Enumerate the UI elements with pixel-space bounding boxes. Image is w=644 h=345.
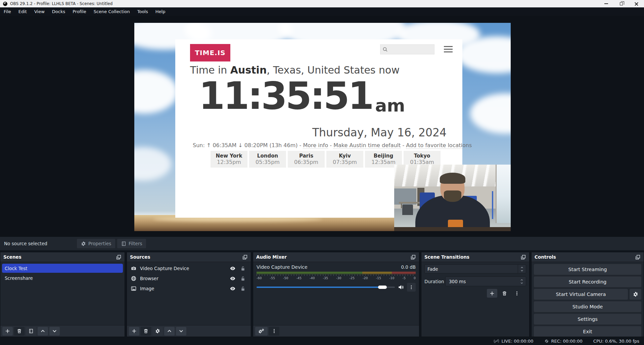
remove-transition-button[interactable] xyxy=(499,289,510,298)
remove-scene-button[interactable] xyxy=(14,327,25,336)
webcam-pole xyxy=(492,191,493,219)
stream-inactive-icon xyxy=(493,339,499,344)
filters-button[interactable]: Filters xyxy=(117,239,146,249)
visibility-eye-icon[interactable] xyxy=(230,275,236,282)
volume-slider[interactable] xyxy=(257,287,395,288)
source-properties-button[interactable] xyxy=(152,327,163,336)
settings-button[interactable]: Settings xyxy=(534,313,642,325)
properties-button[interactable]: Properties xyxy=(77,239,116,249)
scene-item-screenshare[interactable]: Screenshare xyxy=(2,273,123,283)
scene-filters-button[interactable] xyxy=(26,327,36,336)
restore-button[interactable] xyxy=(614,0,629,7)
statusbar: LIVE: 00:00:00 REC: 00:00:00 CPU: 0.6%, … xyxy=(0,337,644,345)
timeis-logo: TIME.IS xyxy=(190,44,230,61)
start-streaming-button[interactable]: Start Streaming xyxy=(534,264,642,275)
virtual-camera-config-button[interactable] xyxy=(629,289,642,300)
webcam-overlay[interactable] xyxy=(394,165,511,231)
time-meridiem: am xyxy=(375,99,405,113)
combo-spinner[interactable] xyxy=(518,265,526,273)
menu-profile[interactable]: Profile xyxy=(69,7,90,16)
scene-down-button[interactable] xyxy=(49,327,60,336)
unlock-icon[interactable] xyxy=(240,286,245,291)
meter-scale-labels: -60-55-50-45-40-35-30-25-20-15-10-50 xyxy=(257,276,416,280)
menu-view[interactable]: View xyxy=(31,7,48,16)
scene-item-clock-test[interactable]: Clock Test xyxy=(2,264,123,273)
unlock-icon[interactable] xyxy=(240,266,245,271)
trash-icon xyxy=(502,291,507,296)
chevron-down-icon xyxy=(520,269,524,272)
city-tile: New York12:35pm xyxy=(211,151,247,168)
exit-button[interactable]: Exit xyxy=(534,326,642,337)
scenes-list: Clock Test Screenshare xyxy=(0,262,125,325)
source-item-video-capture[interactable]: Video Capture Device xyxy=(128,264,249,273)
source-up-button[interactable] xyxy=(164,327,175,336)
popout-icon[interactable] xyxy=(635,254,641,260)
duration-value: 300 ms xyxy=(446,279,466,284)
hamburger-menu-icon xyxy=(444,46,453,54)
menubar: File Edit View Docks Profile Scene Colle… xyxy=(0,7,644,16)
start-virtual-camera-button[interactable]: Start Virtual Camera xyxy=(534,289,628,300)
add-source-button[interactable] xyxy=(129,327,139,336)
close-button[interactable] xyxy=(629,0,644,7)
unlock-icon[interactable] xyxy=(240,276,245,281)
plus-icon xyxy=(5,329,10,334)
spinbox-arrows[interactable] xyxy=(520,278,524,285)
visibility-eye-icon[interactable] xyxy=(230,265,236,271)
window-controls xyxy=(599,0,644,7)
transition-options-button[interactable] xyxy=(512,289,522,298)
visibility-eye-icon[interactable] xyxy=(230,286,236,292)
menu-edit[interactable]: Edit xyxy=(15,7,31,16)
webcam-desk-edge xyxy=(394,227,511,231)
volume-slider-handle[interactable] xyxy=(378,286,387,289)
filter-icon xyxy=(29,329,34,334)
sun-info-line: Sun: ↑ 06:35AM ↓ 08:20PM (13h 46m) - Mor… xyxy=(193,142,448,148)
speaker-icon[interactable] xyxy=(398,284,404,290)
menu-docks[interactable]: Docks xyxy=(48,7,69,16)
chevron-up-icon xyxy=(520,266,524,269)
canvas-background: TIME.IS Time in Austin, Texas, United St… xyxy=(0,16,644,237)
menu-tools[interactable]: Tools xyxy=(134,7,152,16)
popout-icon[interactable] xyxy=(520,254,526,260)
menu-scene-collection[interactable]: Scene Collection xyxy=(90,7,134,16)
scenes-toolbar xyxy=(0,325,125,337)
scene-up-button[interactable] xyxy=(38,327,48,336)
menu-file[interactable]: File xyxy=(0,7,15,16)
double-gear-icon xyxy=(258,329,265,334)
mixer-level-db: 0.0 dB xyxy=(401,264,416,270)
sources-header: Sources xyxy=(127,252,251,262)
minimize-button[interactable] xyxy=(599,0,614,7)
popout-icon[interactable] xyxy=(116,254,122,260)
audio-mixer-panel: Audio Mixer Video Capture Device 0.0 dB … xyxy=(253,252,419,337)
chevron-down-icon xyxy=(520,282,524,285)
cloud xyxy=(134,147,171,181)
rec-status: REC: 00:00:00 xyxy=(544,339,583,344)
obs-logo-icon xyxy=(3,2,7,6)
popout-icon[interactable] xyxy=(410,254,416,260)
duration-spinbox[interactable]: 300 ms xyxy=(445,276,526,286)
popout-icon[interactable] xyxy=(242,254,248,260)
channel-options-button[interactable] xyxy=(407,283,416,292)
advanced-audio-button[interactable] xyxy=(255,327,268,336)
record-inactive-icon xyxy=(544,339,549,344)
mixer-options-button[interactable] xyxy=(269,327,279,336)
chevron-up-icon xyxy=(520,278,524,282)
menu-help[interactable]: Help xyxy=(152,7,169,16)
remove-source-button[interactable] xyxy=(141,327,151,336)
add-transition-button[interactable] xyxy=(487,289,497,298)
source-item-image[interactable]: Image xyxy=(128,284,249,293)
make-default-link: Make Austin time default xyxy=(333,142,401,149)
source-down-button[interactable] xyxy=(176,327,186,336)
transition-select[interactable]: Fade xyxy=(424,264,526,273)
add-scene-button[interactable] xyxy=(2,327,13,336)
start-recording-button[interactable]: Start Recording xyxy=(534,276,642,288)
city-tile: London05:35pm xyxy=(249,151,286,168)
trash-icon xyxy=(17,329,22,334)
sources-list: Video Capture Device Browser Image xyxy=(127,262,251,325)
plus-icon xyxy=(132,329,137,334)
source-toolbar: No source selected Properties Filters xyxy=(0,237,644,250)
obs-window: OBS 29.1.2 - Profile: LLHLS BETA - Scene… xyxy=(0,0,644,345)
studio-mode-button[interactable]: Studio Mode xyxy=(534,301,642,312)
source-item-browser[interactable]: Browser xyxy=(128,274,249,283)
program-preview[interactable]: TIME.IS Time in Austin, Texas, United St… xyxy=(134,23,511,231)
more-info-link: More info xyxy=(303,142,328,149)
